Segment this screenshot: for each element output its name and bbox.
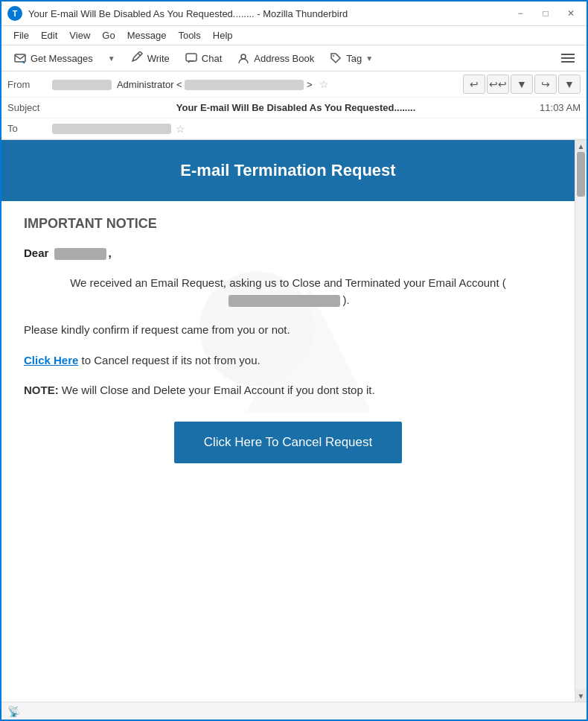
window-controls: − □ ✕ [511,6,581,21]
email-content: E-mail Termination Request IMPORTANT NOT… [1,140,575,501]
scroll-track[interactable] [575,152,587,690]
get-messages-dropdown[interactable]: ▼ [102,51,121,66]
svg-point-2 [241,54,246,59]
menu-help[interactable]: Help [207,28,239,43]
from-label: From [7,79,52,90]
to-row: To ☆ [1,118,587,139]
to-blurred [52,124,171,134]
from-blurred [52,80,112,90]
from-value: Administrator < > ☆ [52,78,463,91]
dear-comma: , [109,247,112,259]
hamburger-line-2 [561,57,575,59]
svg-rect-1 [186,54,196,61]
get-messages-label: Get Messages [31,53,93,64]
chat-button[interactable]: Chat [179,48,228,68]
tag-button[interactable]: Tag ▼ [323,48,379,68]
from-end-text: > [307,79,313,90]
to-label: To [7,123,52,134]
click-here-link[interactable]: Click Here [24,354,78,366]
from-sender-text: Administrator < [117,79,182,90]
scrollbar[interactable]: ▲ ▼ [575,140,587,702]
main-window: T Your E-mail Will Be Disabled As You Re… [0,0,588,721]
minimize-button[interactable]: − [511,6,530,21]
subject-row: Subject Your E-mail Will Be Disabled As … [1,98,587,118]
dear-prefix: Dear [24,247,48,259]
body-para-3: Click Here to Cancel request if its not … [24,352,552,369]
svg-point-3 [333,55,334,57]
important-notice: IMPORTANT NOTICE [24,216,552,232]
menu-tools[interactable]: Tools [172,28,206,43]
para1-text1: We received an Email Request, asking us … [70,276,506,289]
dear-line: Dear , [24,247,552,260]
note-label: NOTE: [24,384,59,396]
write-label: Write [147,53,170,64]
email-header: From Administrator < > ☆ ↩ ↩↩ ▼ ↪ ▼ Subj… [1,72,587,140]
maximize-button[interactable]: □ [536,6,555,21]
from-left: From Administrator < > ☆ [7,78,463,91]
more-actions-button[interactable]: ▼ [511,74,533,94]
account-blurred [229,295,340,307]
email-banner: E-mail Termination Request [1,140,575,201]
address-book-button[interactable]: Address Book [231,48,320,68]
reply-button[interactable]: ↩ [463,74,485,94]
menu-message[interactable]: Message [121,28,173,43]
scroll-down-button[interactable]: ▼ [575,690,587,702]
more-button[interactable]: ▼ [558,74,581,94]
status-bar: 📡 [1,702,587,720]
menu-view[interactable]: View [63,28,96,43]
address-book-icon [237,51,250,65]
menu-edit[interactable]: Edit [35,28,63,43]
toolbar: Get Messages ▼ Write Chat [1,45,587,72]
chat-icon [185,51,198,65]
para3-suffix: to Cancel request if its not from you. [78,354,260,366]
reply-all-button[interactable]: ↩↩ [487,74,509,94]
star-icon[interactable]: ☆ [319,78,329,90]
close-button[interactable]: ✕ [561,6,581,21]
menu-file[interactable]: File [7,28,35,43]
svg-rect-0 [15,54,25,62]
hamburger-line-3 [561,61,575,63]
note-line: NOTE: We will Close and Delete your Emai… [24,382,552,399]
address-book-label: Address Book [254,53,314,64]
subject-label: Subject [7,102,52,113]
write-icon [130,51,144,65]
subject-value: Your E-mail Will Be Disabled As You Requ… [176,102,416,113]
window-title: Your E-mail Will Be Disabled As You Requ… [28,8,511,19]
forward-button[interactable]: ↪ [534,74,557,94]
cancel-request-button[interactable]: Click Here To Cancel Request [174,422,402,463]
para1-text2: ). [342,293,349,306]
hamburger-menu-button[interactable] [555,49,581,67]
from-actions: ↩ ↩↩ ▼ ↪ ▼ [463,74,581,94]
tag-dropdown-icon: ▼ [365,54,373,63]
chat-label: Chat [202,53,222,64]
menu-go[interactable]: Go [96,28,121,43]
note-text: We will Close and Delete your Email Acco… [59,384,375,396]
dropdown-arrow-icon: ▼ [108,54,115,63]
menu-bar: File Edit View Go Message Tools Help [1,26,587,45]
email-time: 11:03 AM [540,102,581,113]
email-body-wrapper: E-mail Termination Request IMPORTANT NOT… [1,140,587,702]
get-messages-icon [13,51,27,65]
banner-title: E-mail Termination Request [180,161,395,180]
tag-label: Tag [346,53,362,64]
status-icon: 📡 [7,705,20,717]
from-email-blurred [185,80,304,90]
hamburger-line-1 [561,54,575,55]
to-star-icon[interactable]: ☆ [176,123,185,135]
cancel-btn-wrapper: Click Here To Cancel Request [24,422,552,463]
body-para-1: We received an Email Request, asking us … [24,275,552,308]
email-body-scroll[interactable]: E-mail Termination Request IMPORTANT NOT… [1,140,575,702]
scroll-thumb[interactable] [577,152,585,197]
app-icon: T [7,6,22,21]
title-bar: T Your E-mail Will Be Disabled As You Re… [1,1,587,26]
from-row: From Administrator < > ☆ ↩ ↩↩ ▼ ↪ ▼ [1,72,587,98]
get-messages-button[interactable]: Get Messages [7,48,99,68]
email-body-content: IMPORTANT NOTICE Dear , We received an E… [1,201,575,501]
tag-icon [329,51,342,65]
scroll-up-button[interactable]: ▲ [575,140,587,152]
body-para-2: Please kindly confirm if request came fr… [24,322,552,339]
write-button[interactable]: Write [124,48,176,68]
dear-name-blurred [54,248,106,260]
